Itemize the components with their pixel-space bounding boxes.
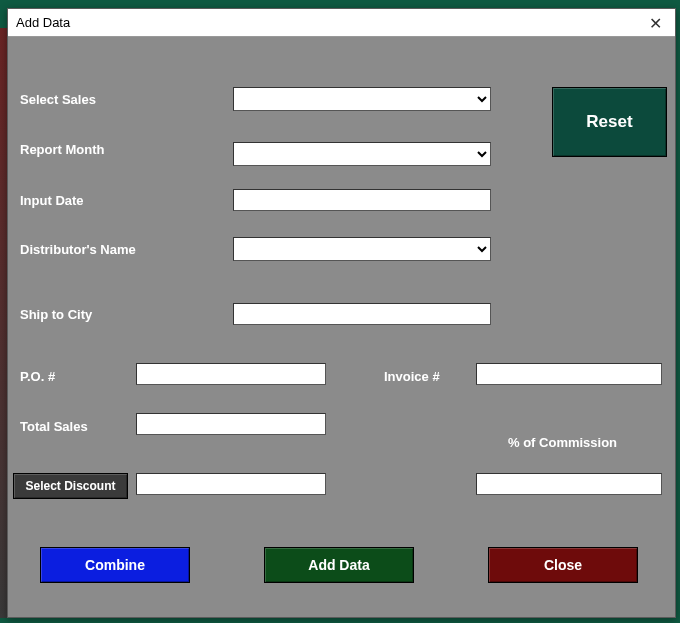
input-date-field[interactable]	[233, 189, 491, 211]
combine-button[interactable]: Combine	[40, 547, 190, 583]
report-month-combo[interactable]	[233, 142, 491, 166]
ship-city-field[interactable]	[233, 303, 491, 325]
label-report-month: Report Month	[20, 142, 104, 157]
discount-field[interactable]	[136, 473, 326, 495]
invoice-number-field[interactable]	[476, 363, 662, 385]
dialog-titlebar: Add Data ✕	[8, 9, 675, 37]
distributor-combo[interactable]	[233, 237, 491, 261]
close-icon[interactable]: ✕	[635, 9, 675, 37]
label-total-sales: Total Sales	[20, 419, 88, 434]
po-number-field[interactable]	[136, 363, 326, 385]
commission-field[interactable]	[476, 473, 662, 495]
label-pct-commission: % of Commission	[508, 435, 617, 450]
dialog-title: Add Data	[16, 15, 70, 30]
add-data-button[interactable]: Add Data	[264, 547, 414, 583]
add-data-dialog: Add Data ✕ Select Sales Reset Report Mon…	[7, 8, 676, 618]
reset-button[interactable]: Reset	[552, 87, 667, 157]
select-discount-button[interactable]: Select Discount	[13, 473, 128, 499]
select-sales-combo[interactable]	[233, 87, 491, 111]
label-distributor: Distributor's Name	[20, 242, 136, 257]
form-area: Select Sales Reset Report Month Input Da…	[8, 37, 675, 617]
app-left-background	[0, 28, 7, 618]
label-ship-city: Ship to City	[20, 307, 92, 322]
label-invoice-number: Invoice #	[384, 369, 440, 384]
label-select-sales: Select Sales	[20, 92, 96, 107]
label-po-number: P.O. #	[20, 369, 55, 384]
close-button[interactable]: Close	[488, 547, 638, 583]
total-sales-field[interactable]	[136, 413, 326, 435]
label-input-date: Input Date	[20, 193, 84, 208]
